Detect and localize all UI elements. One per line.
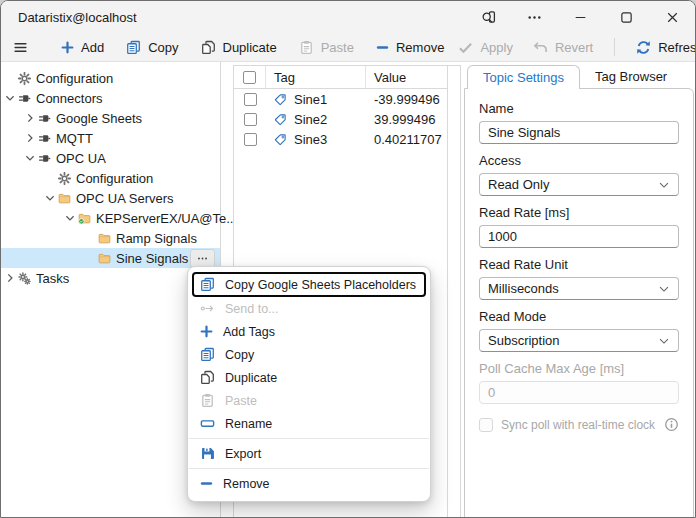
table-header: Tag Value [234, 66, 448, 89]
copy-icon [126, 40, 141, 55]
chevron-right-icon[interactable] [23, 111, 37, 125]
tag-icon [274, 93, 287, 106]
see-more-button[interactable] [511, 1, 557, 33]
menu-item-duplicate[interactable]: Duplicate [192, 366, 426, 389]
refresh-button-label: Refresh [658, 40, 696, 55]
minimize-button[interactable] [557, 1, 603, 33]
menu-item-label: Paste [225, 394, 257, 408]
tag-value: 39.999496 [374, 112, 435, 127]
menu-item-export[interactable]: Export [192, 442, 426, 465]
copy-button-label: Copy [148, 40, 178, 55]
minus-icon [200, 477, 213, 490]
row-checkbox[interactable] [244, 113, 257, 126]
tree-item-connectors[interactable]: Connectors [1, 88, 220, 108]
tree-item-more-button[interactable] [190, 249, 215, 268]
column-header-tag[interactable]: Tag [266, 66, 366, 88]
chevron-down-icon[interactable] [23, 151, 37, 165]
read-rate-unit-label: Read Rate Unit [479, 257, 679, 272]
chevron-right-icon[interactable] [3, 271, 17, 285]
row-checkbox[interactable] [244, 133, 257, 146]
paste-icon [200, 393, 215, 408]
add-button[interactable]: Add [54, 35, 111, 59]
tree-item-label: Ramp Signals [116, 231, 197, 246]
menu-item-rename[interactable]: Rename [192, 412, 426, 435]
name-label: Name [479, 101, 679, 116]
tag-name: Sine2 [294, 112, 327, 127]
connector-plug-icon [38, 132, 51, 145]
row-checkbox[interactable] [244, 93, 257, 106]
table-row[interactable]: Sine2 39.999496 [234, 109, 448, 129]
chevron-down-icon [658, 283, 670, 295]
select-all-checkbox[interactable] [243, 71, 256, 84]
tree-item-opc-ua[interactable]: OPC UA [1, 148, 220, 168]
ellipsis-icon [197, 253, 208, 264]
find-in-window-button[interactable] [465, 1, 511, 33]
access-value: Read Only [488, 177, 549, 192]
read-rate-unit-value: Milliseconds [488, 281, 559, 296]
main-content: Configuration Connectors Google Sheets M… [1, 62, 695, 518]
menu-item-add-tags[interactable]: Add Tags [192, 320, 426, 343]
revert-button[interactable]: Revert [526, 35, 600, 59]
tree-item-configuration[interactable]: Configuration [1, 68, 220, 88]
column-header-value[interactable]: Value [366, 66, 448, 88]
close-icon [666, 11, 679, 24]
access-select[interactable]: Read Only [479, 173, 679, 196]
table-row[interactable]: Sine3 0.40211707 [234, 129, 448, 149]
hamburger-menu-icon[interactable] [13, 40, 28, 55]
tree-item-ramp-signals[interactable]: Ramp Signals [1, 228, 220, 248]
tag-value: 0.40211707 [374, 132, 442, 147]
tree-item-google-sheets[interactable]: Google Sheets [1, 108, 220, 128]
read-mode-select[interactable]: Subscription [479, 329, 679, 352]
chevron-down-icon [658, 179, 670, 191]
menu-item-copy-google-sheets-placeholders[interactable]: Copy Google Sheets Placeholders [192, 272, 426, 297]
folder-icon [98, 252, 111, 265]
duplicate-icon [200, 370, 215, 385]
tree-item-sine-signals[interactable]: Sine Signals [1, 248, 220, 268]
tree-item-opc-ua-servers[interactable]: OPC UA Servers [1, 188, 220, 208]
tree-item-opc-ua-configuration[interactable]: Configuration [1, 168, 220, 188]
remove-button[interactable]: Remove [369, 35, 451, 59]
read-rate-field[interactable] [479, 225, 679, 248]
chevron-down-icon[interactable] [3, 91, 17, 105]
menu-item-label: Send to... [225, 302, 279, 316]
toolbar-right-group: Apply Revert Refresh [451, 35, 696, 59]
menu-item-send-to[interactable]: Send to... [192, 297, 426, 320]
connector-plug-icon [38, 152, 51, 165]
copy-icon [200, 277, 215, 292]
copy-icon [200, 347, 215, 362]
tree-item-label: Google Sheets [56, 111, 142, 126]
menu-item-label: Remove [223, 477, 270, 491]
tab-tag-browser[interactable]: Tag Browser [580, 65, 682, 89]
apply-button[interactable]: Apply [451, 35, 520, 59]
chevron-down-icon[interactable] [63, 211, 77, 225]
chevron-right-icon[interactable] [23, 131, 37, 145]
copy-button[interactable]: Copy [119, 35, 185, 59]
tab-topic-settings[interactable]: Topic Settings [467, 65, 580, 89]
table-scrollbar[interactable] [447, 66, 460, 518]
sync-poll-row: Sync poll with real-time clock [479, 417, 679, 432]
access-label: Access [479, 153, 679, 168]
table-row[interactable]: Sine1 -39.999496 [234, 89, 448, 109]
read-rate-label: Read Rate [ms] [479, 205, 679, 220]
export-floppy-icon [200, 446, 215, 461]
poll-cache-field [479, 381, 679, 404]
close-button[interactable] [649, 1, 695, 33]
tag-name: Sine1 [294, 92, 327, 107]
settings-panel: Topic Settings Tag Browser Name Access R… [464, 65, 694, 518]
read-rate-unit-select[interactable]: Milliseconds [479, 277, 679, 300]
refresh-button[interactable]: Refresh [629, 35, 696, 59]
chevron-down-icon [658, 335, 670, 347]
paste-button[interactable]: Paste [292, 35, 361, 59]
maximize-button[interactable] [603, 1, 649, 33]
name-field[interactable] [479, 121, 679, 144]
tag-icon [274, 133, 287, 146]
gears-icon [18, 272, 31, 285]
menu-item-remove[interactable]: Remove [192, 472, 426, 495]
duplicate-button[interactable]: Duplicate [194, 35, 284, 59]
add-button-label: Add [81, 40, 104, 55]
menu-item-paste[interactable]: Paste [192, 389, 426, 412]
tree-item-mqtt[interactable]: MQTT [1, 128, 220, 148]
chevron-down-icon[interactable] [43, 191, 57, 205]
menu-item-copy[interactable]: Copy [192, 343, 426, 366]
tree-item-kepserverex[interactable]: KEPServerEX/UA@Te... [1, 208, 220, 228]
